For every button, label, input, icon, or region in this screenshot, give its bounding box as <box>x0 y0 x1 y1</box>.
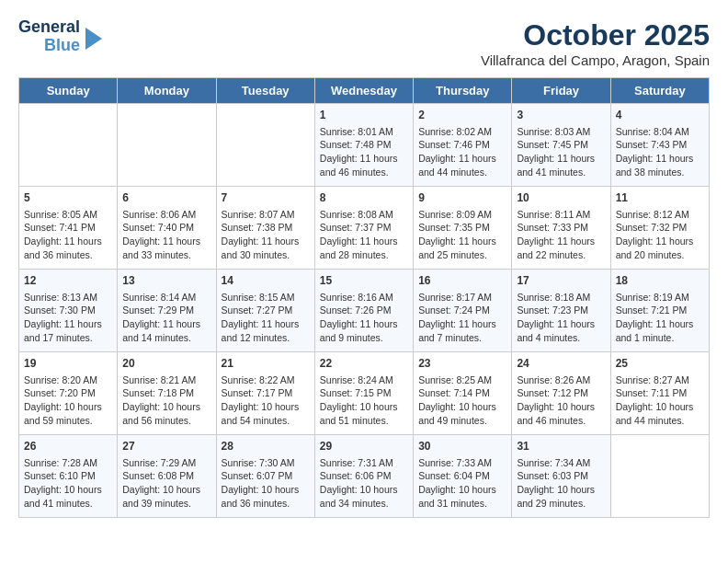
calendar-cell <box>216 104 314 187</box>
cell-content: Sunrise: 8:15 AM Sunset: 7:27 PM Dayligh… <box>222 291 310 345</box>
calendar-table: SundayMondayTuesdayWednesdayThursdayFrid… <box>18 77 710 518</box>
day-number: 24 <box>517 356 605 372</box>
day-header-wednesday: Wednesday <box>314 78 413 104</box>
day-header-thursday: Thursday <box>414 78 512 104</box>
logo-arrow-icon <box>85 28 102 50</box>
calendar-cell: 11Sunrise: 8:12 AM Sunset: 7:32 PM Dayli… <box>610 187 709 270</box>
day-number: 31 <box>517 439 605 454</box>
calendar-week-1: 1Sunrise: 8:01 AM Sunset: 7:48 PM Daylig… <box>19 104 710 187</box>
cell-content: Sunrise: 7:30 AM Sunset: 6:07 PM Dayligh… <box>222 456 310 511</box>
cell-content: Sunrise: 8:16 AM Sunset: 7:26 PM Dayligh… <box>320 291 408 345</box>
calendar-cell: 2Sunrise: 8:02 AM Sunset: 7:46 PM Daylig… <box>414 104 512 187</box>
day-number: 5 <box>24 190 112 206</box>
day-header-tuesday: Tuesday <box>216 78 314 104</box>
day-number: 8 <box>320 190 408 206</box>
calendar-body: 1Sunrise: 8:01 AM Sunset: 7:48 PM Daylig… <box>19 104 710 518</box>
cell-content: Sunrise: 8:03 AM Sunset: 7:45 PM Dayligh… <box>517 125 605 179</box>
cell-content: Sunrise: 8:02 AM Sunset: 7:46 PM Dayligh… <box>418 125 506 179</box>
cell-content: Sunrise: 8:04 AM Sunset: 7:43 PM Dayligh… <box>616 125 704 179</box>
day-header-sunday: Sunday <box>19 78 118 104</box>
cell-content: Sunrise: 8:01 AM Sunset: 7:48 PM Dayligh… <box>320 125 408 179</box>
day-number: 29 <box>320 439 408 454</box>
calendar-week-5: 26Sunrise: 7:28 AM Sunset: 6:10 PM Dayli… <box>19 435 710 518</box>
day-number: 17 <box>517 273 605 289</box>
cell-content: Sunrise: 7:28 AM Sunset: 6:10 PM Dayligh… <box>24 456 112 511</box>
location: Villafranca del Campo, Aragon, Spain <box>481 52 710 68</box>
calendar-week-4: 19Sunrise: 8:20 AM Sunset: 7:20 PM Dayli… <box>19 352 710 435</box>
cell-content: Sunrise: 7:31 AM Sunset: 6:06 PM Dayligh… <box>320 456 408 511</box>
calendar-cell: 16Sunrise: 8:17 AM Sunset: 7:24 PM Dayli… <box>414 270 512 352</box>
cell-content: Sunrise: 8:07 AM Sunset: 7:38 PM Dayligh… <box>222 208 310 262</box>
cell-content: Sunrise: 8:11 AM Sunset: 7:33 PM Dayligh… <box>517 208 605 262</box>
calendar-cell: 12Sunrise: 8:13 AM Sunset: 7:30 PM Dayli… <box>19 270 118 352</box>
calendar-cell: 23Sunrise: 8:25 AM Sunset: 7:14 PM Dayli… <box>414 352 512 435</box>
logo-line1: General <box>18 18 80 37</box>
day-number: 22 <box>320 356 408 372</box>
logo: General Blue <box>18 18 102 55</box>
day-number: 18 <box>616 273 704 289</box>
calendar-cell: 15Sunrise: 8:16 AM Sunset: 7:26 PM Dayli… <box>314 270 413 352</box>
calendar-cell: 27Sunrise: 7:29 AM Sunset: 6:08 PM Dayli… <box>118 435 216 518</box>
calendar-cell: 17Sunrise: 8:18 AM Sunset: 7:23 PM Dayli… <box>512 270 610 352</box>
cell-content: Sunrise: 8:17 AM Sunset: 7:24 PM Dayligh… <box>418 291 506 345</box>
calendar-cell: 5Sunrise: 8:05 AM Sunset: 7:41 PM Daylig… <box>19 187 118 270</box>
day-number: 12 <box>24 273 112 289</box>
cell-content: Sunrise: 8:09 AM Sunset: 7:35 PM Dayligh… <box>418 208 506 262</box>
calendar-cell: 3Sunrise: 8:03 AM Sunset: 7:45 PM Daylig… <box>512 104 610 187</box>
day-number: 27 <box>122 439 210 454</box>
day-number: 20 <box>122 356 210 372</box>
cell-content: Sunrise: 7:29 AM Sunset: 6:08 PM Dayligh… <box>122 456 210 511</box>
cell-content: Sunrise: 8:08 AM Sunset: 7:37 PM Dayligh… <box>320 208 408 262</box>
calendar-cell: 31Sunrise: 7:34 AM Sunset: 6:03 PM Dayli… <box>512 435 610 518</box>
calendar-cell: 25Sunrise: 8:27 AM Sunset: 7:11 PM Dayli… <box>610 352 709 435</box>
cell-content: Sunrise: 8:20 AM Sunset: 7:20 PM Dayligh… <box>24 373 112 428</box>
calendar-cell: 18Sunrise: 8:19 AM Sunset: 7:21 PM Dayli… <box>610 270 709 352</box>
calendar-week-2: 5Sunrise: 8:05 AM Sunset: 7:41 PM Daylig… <box>19 187 710 270</box>
calendar-cell <box>610 435 709 518</box>
calendar-cell: 13Sunrise: 8:14 AM Sunset: 7:29 PM Dayli… <box>118 270 216 352</box>
calendar-cell: 22Sunrise: 8:24 AM Sunset: 7:15 PM Dayli… <box>314 352 413 435</box>
day-number: 28 <box>222 439 310 454</box>
day-number: 16 <box>418 273 506 289</box>
calendar-cell: 28Sunrise: 7:30 AM Sunset: 6:07 PM Dayli… <box>216 435 314 518</box>
calendar-cell: 1Sunrise: 8:01 AM Sunset: 7:48 PM Daylig… <box>314 104 413 187</box>
day-number: 6 <box>122 190 210 206</box>
cell-content: Sunrise: 8:25 AM Sunset: 7:14 PM Dayligh… <box>418 373 506 428</box>
cell-content: Sunrise: 8:05 AM Sunset: 7:41 PM Dayligh… <box>24 208 112 262</box>
day-number: 9 <box>418 190 506 206</box>
calendar-cell: 9Sunrise: 8:09 AM Sunset: 7:35 PM Daylig… <box>414 187 512 270</box>
day-number: 25 <box>616 356 704 372</box>
cell-content: Sunrise: 8:21 AM Sunset: 7:18 PM Dayligh… <box>122 373 210 428</box>
day-header-friday: Friday <box>512 78 610 104</box>
calendar-cell: 24Sunrise: 8:26 AM Sunset: 7:12 PM Dayli… <box>512 352 610 435</box>
day-header-monday: Monday <box>118 78 216 104</box>
calendar-cell: 4Sunrise: 8:04 AM Sunset: 7:43 PM Daylig… <box>610 104 709 187</box>
day-number: 21 <box>222 356 310 372</box>
cell-content: Sunrise: 8:26 AM Sunset: 7:12 PM Dayligh… <box>517 373 605 428</box>
day-number: 2 <box>418 108 506 123</box>
day-number: 10 <box>517 190 605 206</box>
calendar-cell: 29Sunrise: 7:31 AM Sunset: 6:06 PM Dayli… <box>314 435 413 518</box>
calendar-cell <box>19 104 118 187</box>
title-block: October 2025 Villafranca del Campo, Arag… <box>481 18 710 68</box>
cell-content: Sunrise: 7:33 AM Sunset: 6:04 PM Dayligh… <box>418 456 506 511</box>
calendar-week-3: 12Sunrise: 8:13 AM Sunset: 7:30 PM Dayli… <box>19 270 710 352</box>
cell-content: Sunrise: 8:19 AM Sunset: 7:21 PM Dayligh… <box>616 291 704 345</box>
calendar-header-row: SundayMondayTuesdayWednesdayThursdayFrid… <box>19 78 710 104</box>
cell-content: Sunrise: 8:27 AM Sunset: 7:11 PM Dayligh… <box>616 373 704 428</box>
day-number: 26 <box>24 439 112 454</box>
day-number: 14 <box>222 273 310 289</box>
cell-content: Sunrise: 7:34 AM Sunset: 6:03 PM Dayligh… <box>517 456 605 511</box>
cell-content: Sunrise: 8:24 AM Sunset: 7:15 PM Dayligh… <box>320 373 408 428</box>
day-number: 19 <box>24 356 112 372</box>
day-number: 23 <box>418 356 506 372</box>
cell-content: Sunrise: 8:13 AM Sunset: 7:30 PM Dayligh… <box>24 291 112 345</box>
day-number: 4 <box>616 108 704 123</box>
calendar-cell: 26Sunrise: 7:28 AM Sunset: 6:10 PM Dayli… <box>19 435 118 518</box>
day-number: 13 <box>122 273 210 289</box>
page-header: General Blue October 2025 Villafranca de… <box>18 18 710 68</box>
calendar-cell: 30Sunrise: 7:33 AM Sunset: 6:04 PM Dayli… <box>414 435 512 518</box>
day-number: 15 <box>320 273 408 289</box>
calendar-cell: 6Sunrise: 8:06 AM Sunset: 7:40 PM Daylig… <box>118 187 216 270</box>
day-number: 11 <box>616 190 704 206</box>
